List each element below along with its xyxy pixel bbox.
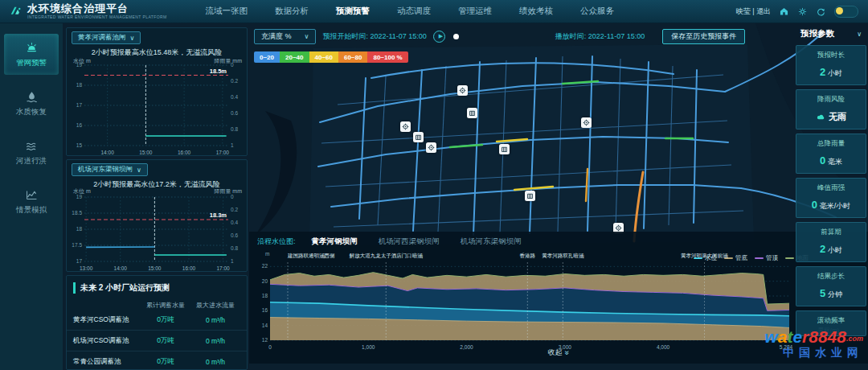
station-selector-2-label: 机场河东渠钢坝闸 <box>78 165 133 175</box>
river-flood-icon <box>4 139 59 153</box>
sidebar-item-3[interactable]: 情景模拟 <box>4 181 59 222</box>
param-unit: 毫米/小时 <box>820 202 851 210</box>
sidebar-item-0[interactable]: 管网预警 <box>4 34 59 75</box>
map-marker-pump-icon[interactable] <box>400 121 411 132</box>
sidebar-item-1[interactable]: 水质恢复 <box>4 83 59 124</box>
watermark-site-name: 中国水业网 <box>764 347 863 359</box>
svg-text:0.4: 0.4 <box>231 220 238 225</box>
table-title: 未来 2 小时厂站运行预测 <box>73 282 240 294</box>
svg-text:12: 12 <box>262 337 268 343</box>
svg-text:18: 18 <box>76 226 83 232</box>
station-selector-1[interactable]: 黄孝河调蓄池闸∨ <box>72 31 141 44</box>
sidebar-item-label: 管网预警 <box>16 58 47 67</box>
save-forecast-button[interactable]: 保存至历史预报事件 <box>662 29 745 44</box>
svg-text:4,000: 4,000 <box>657 344 670 350</box>
profile-tab-0[interactable]: 黄孝河钢坝闸 <box>312 236 358 247</box>
table-header: 累计调蓄水量 最大进水流量 <box>73 301 240 310</box>
map-marker-pump-icon[interactable] <box>581 117 592 128</box>
param-card-4: 前算期2小时 <box>796 222 866 262</box>
storage-value: 0万吨 <box>141 315 190 325</box>
svg-text:15: 15 <box>76 142 83 148</box>
legend-chip-4: 80~100 % <box>367 51 407 63</box>
nav-item-1[interactable]: 数据分析 <box>275 6 309 17</box>
sidebar-item-label: 水质恢复 <box>16 107 47 116</box>
forecast-params-panel: 预报参数 ∨ 预报时长2小时降雨风险无雨总降雨量0毫米峰值雨强0毫米/小时前算期… <box>796 27 866 336</box>
param-value: 5 <box>820 287 825 299</box>
map-marker-sluice-gate-icon[interactable] <box>525 191 535 201</box>
profile-tab-1[interactable]: 机场河西渠钢坝闸 <box>379 236 440 247</box>
legend-chip-0: 0~20 <box>254 51 280 63</box>
user-logout-link[interactable]: 映莹 | 退出 <box>736 6 771 17</box>
svg-text:18.5: 18.5 <box>72 210 82 216</box>
simulation-icon <box>4 188 59 202</box>
y-axis-caption: 水位 m <box>73 187 91 195</box>
col-inflow: 最大进水流量 <box>190 301 240 310</box>
svg-text:1,000: 1,000 <box>362 344 375 350</box>
chevron-down-icon: ∨ <box>305 33 309 40</box>
profile-tab-2[interactable]: 机场河东渠钢坝闸 <box>461 236 522 247</box>
refresh-icon[interactable] <box>816 6 826 17</box>
pipe-forecast-panel-1: 黄孝河调蓄池闸∨ 2小时预报最高水位15.48米，无溢流风险 水位 m 降雨量 … <box>66 27 248 156</box>
sluice-gate-icon <box>526 192 534 199</box>
collapse-button[interactable]: 收起 » <box>548 347 570 358</box>
home-icon[interactable] <box>779 6 789 17</box>
nav-item-3[interactable]: 动态调度 <box>397 6 431 17</box>
collapse-label: 收起 <box>548 347 563 358</box>
left-rail: 管网预警水质恢复河道行洪情景模拟 <box>0 23 63 370</box>
param-value: 0 <box>812 199 817 211</box>
app-root: 水环境综合治理平台 INTEGRATED WATER ENVIRONMENT M… <box>0 0 868 370</box>
svg-text:黄孝河路双孔暗涵: 黄孝河路双孔暗涵 <box>542 253 584 259</box>
y2-axis-caption: 降雨量 mm <box>214 57 242 65</box>
play-button[interactable]: ▶ <box>433 31 445 43</box>
table-row: 常青公园调蓄池 0万吨 0 m³/h <box>67 351 247 370</box>
nav-item-0[interactable]: 流域一张图 <box>206 6 248 17</box>
playback-time-label: 播放时间: 2022-11-07 15:00 <box>555 31 645 42</box>
legend-chip-3: 60~80 <box>338 51 367 63</box>
svg-text:1: 1 <box>231 258 234 264</box>
station-selector-2[interactable]: 机场河东渠钢坝闸∨ <box>72 163 148 176</box>
svg-text:0.8: 0.8 <box>231 126 238 132</box>
map-marker-sluice-gate-icon[interactable] <box>413 132 424 142</box>
svg-text:0.6: 0.6 <box>231 110 238 116</box>
nav-item-4[interactable]: 管理运维 <box>458 6 492 17</box>
param-unit: 分钟 <box>828 290 842 298</box>
param-card-1: 降雨风险无雨 <box>796 89 866 130</box>
sluice-gate-icon <box>501 146 508 153</box>
nav-item-5[interactable]: 绩效考核 <box>519 6 553 17</box>
svg-text:16:00: 16:00 <box>182 265 196 271</box>
timeline-slider-handle[interactable] <box>453 34 459 39</box>
map-marker-pump-icon[interactable] <box>457 85 468 96</box>
svg-text:14:00: 14:00 <box>114 265 128 271</box>
svg-text:m: m <box>265 251 269 257</box>
sidebar-item-2[interactable]: 河道行洪 <box>4 132 59 173</box>
forecast-params-header[interactable]: 预报参数 ∨ <box>796 27 866 41</box>
param-unit: 毫米 <box>828 158 842 166</box>
y2-axis-caption: 降雨量 mm <box>214 187 242 195</box>
map-marker-sluice-gate-icon[interactable] <box>499 144 510 154</box>
svg-text:16: 16 <box>76 122 83 128</box>
cloud-icon <box>816 113 826 121</box>
nav-item-6[interactable]: 公众服务 <box>580 6 614 17</box>
param-label: 前算期 <box>798 228 864 237</box>
nav-item-2[interactable]: 预测预警 <box>336 6 370 17</box>
svg-text:1: 1 <box>231 142 234 148</box>
display-mode-select[interactable]: 充满度 %∨ <box>254 29 316 44</box>
inflow-value: 0 m³/h <box>190 358 240 366</box>
svg-text:22: 22 <box>262 263 268 269</box>
theme-toggle[interactable] <box>834 6 858 18</box>
param-value: 无雨 <box>829 112 846 121</box>
logo-icon <box>8 4 23 18</box>
profile-chart: 222018161412m01,0002,0003,0004,0005,284建… <box>252 249 796 351</box>
gear-icon[interactable] <box>797 6 808 17</box>
station-name: 常青公园调蓄池 <box>73 357 141 367</box>
water-level-chart-2: 1918.51817.51700.20.40.60.8113:0014:0015… <box>70 191 244 273</box>
watermark-logo: water8848.com <box>764 328 863 346</box>
param-label: 结果步长 <box>798 272 864 282</box>
display-mode-value: 充满度 % <box>261 31 292 42</box>
inflow-value: 0 m³/h <box>190 337 240 345</box>
map-marker-pump-icon[interactable] <box>426 142 436 153</box>
fill-rate-legend: 0~2020~4040~6060~8080~100 % <box>254 51 408 63</box>
map-marker-sluice-gate-icon[interactable] <box>467 108 477 118</box>
svg-text:17.5: 17.5 <box>72 242 82 248</box>
top-navbar: 水环境综合治理平台 INTEGRATED WATER ENVIRONMENT M… <box>0 0 868 23</box>
